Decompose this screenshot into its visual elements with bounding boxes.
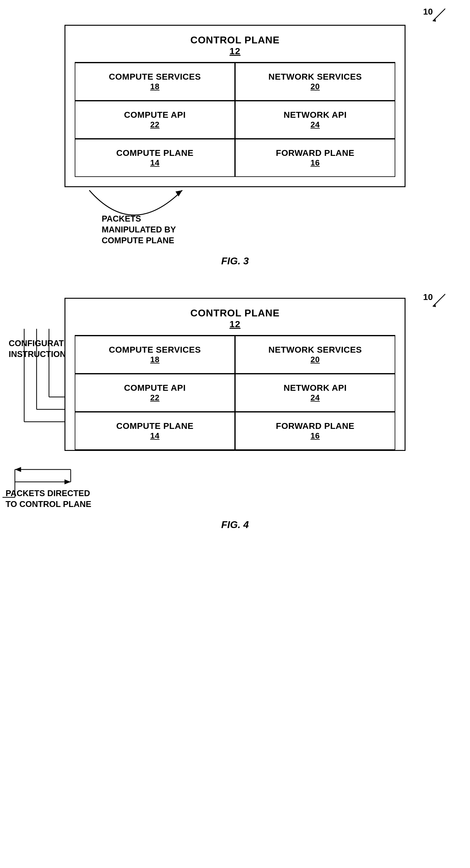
svg-marker-15: [15, 467, 21, 472]
fig3-control-plane-header: CONTROL PLANE 12: [65, 26, 405, 62]
fig4-section: 10 CONFIGURATIONINSTRUCTIONS: [0, 285, 470, 549]
fig4-compute-plane-cell: COMPUTE PLANE 14: [75, 412, 235, 450]
fig4-compute-plane-label: COMPUTE PLANE: [116, 421, 194, 431]
fig4-compute-services-ref: 18: [79, 355, 231, 365]
fig3-compute-services-ref: 18: [79, 82, 231, 91]
fig3-network-services-label: NETWORK SERVICES: [268, 72, 362, 82]
fig4-network-services-label: NETWORK SERVICES: [268, 345, 362, 354]
fig3-ref10-arrow: [427, 6, 451, 24]
fig3-compute-api-ref: 22: [79, 120, 231, 129]
fig3-forward-plane-cell: FORWARD PLANE 16: [235, 139, 395, 177]
fig4-control-plane-box: CONTROL PLANE 12 COMPUTE SERVICES 18 NET…: [64, 298, 406, 451]
fig3-label: FIG. 3: [222, 255, 249, 267]
fig4-forward-plane-label: FORWARD PLANE: [276, 421, 354, 431]
fig4-compute-api-cell: COMPUTE API 22: [75, 374, 235, 412]
fig4-control-plane-header: CONTROL PLANE 12: [65, 299, 405, 335]
fig3-network-api-label: NETWORK API: [284, 110, 347, 120]
fig3-network-services-cell: NETWORK SERVICES 20: [235, 63, 395, 101]
fig4-network-api-ref: 24: [239, 393, 391, 403]
fig3-arrow-area: PACKETSMANIPULATED BYCOMPUTE PLANE: [64, 187, 406, 249]
fig4-network-api-cell: NETWORK API 24: [235, 374, 395, 412]
fig4-network-api-label: NETWORK API: [284, 383, 347, 393]
fig4-outer-container: CONFIGURATIONINSTRUCTIONS: [64, 298, 406, 513]
fig4-compute-api-ref: 22: [79, 393, 231, 403]
fig3-compute-plane-label: COMPUTE PLANE: [116, 148, 194, 158]
fig3-forward-plane-ref: 16: [239, 158, 391, 168]
fig3-compute-api-label: COMPUTE API: [124, 110, 186, 120]
fig4-network-services-cell: NETWORK SERVICES 20: [235, 336, 395, 374]
fig4-network-services-ref: 20: [239, 355, 391, 365]
fig3-control-plane-ref: 12: [68, 46, 402, 56]
svg-marker-17: [64, 479, 71, 484]
fig3-network-api-cell: NETWORK API 24: [235, 101, 395, 139]
fig4-compute-api-label: COMPUTE API: [124, 383, 186, 393]
fig4-compute-plane-ref: 14: [79, 431, 231, 441]
fig3-section: 10 CONTROL PLANE 12 COMPUTE SERVICES 18 …: [0, 0, 470, 285]
fig4-packets-directed-label: PACKETS DIRECTEDTO CONTROL PLANE: [6, 488, 91, 510]
fig3-compute-plane-cell: COMPUTE PLANE 14: [75, 139, 235, 177]
fig3-compute-services-cell: COMPUTE SERVICES 18: [75, 63, 235, 101]
fig4-control-plane-ref: 12: [68, 319, 402, 330]
fig4-inner-grid: COMPUTE SERVICES 18 NETWORK SERVICES 20 …: [75, 335, 395, 450]
fig4-forward-plane-cell: FORWARD PLANE 16: [235, 412, 395, 450]
fig4-bottom-area: PACKETS DIRECTEDTO CONTROL PLANE: [64, 451, 406, 513]
page: 10 CONTROL PLANE 12 COMPUTE SERVICES 18 …: [0, 0, 470, 868]
fig3-network-services-ref: 20: [239, 82, 391, 91]
fig3-compute-services-label: COMPUTE SERVICES: [109, 72, 201, 82]
fig3-packets-label: PACKETSMANIPULATED BYCOMPUTE PLANE: [102, 214, 176, 246]
fig3-control-plane-label: CONTROL PLANE: [190, 34, 280, 45]
fig3-compute-plane-ref: 14: [79, 158, 231, 168]
fig3-inner-grid: COMPUTE SERVICES 18 NETWORK SERVICES 20 …: [75, 62, 395, 177]
fig4-control-plane-label: CONTROL PLANE: [190, 307, 280, 318]
fig3-compute-api-cell: COMPUTE API 22: [75, 101, 235, 139]
fig4-forward-plane-ref: 16: [239, 431, 391, 441]
fig3-network-api-ref: 24: [239, 120, 391, 129]
fig3-forward-plane-label: FORWARD PLANE: [276, 148, 354, 158]
fig4-compute-services-label: COMPUTE SERVICES: [109, 345, 201, 354]
fig3-control-plane-box: CONTROL PLANE 12 COMPUTE SERVICES 18 NET…: [64, 25, 406, 187]
fig4-label: FIG. 4: [222, 519, 249, 530]
fig4-ref10-arrow: [427, 291, 451, 310]
fig4-compute-services-cell: COMPUTE SERVICES 18: [75, 336, 235, 374]
